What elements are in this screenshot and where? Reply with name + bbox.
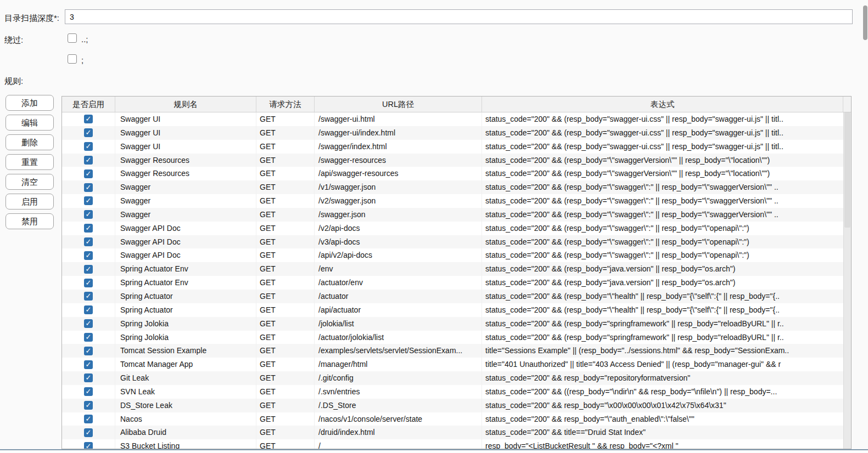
table-row[interactable]: Alibaba DruidGET/druid/index.htmlstatus_… <box>62 426 843 439</box>
row-enabled-cell <box>62 180 115 194</box>
row-method: GET <box>256 344 315 358</box>
table-row[interactable]: Swagger ResourcesGET/swagger-resourcesst… <box>62 154 843 167</box>
row-expression: status_code="200" && (resp_body="\"swagg… <box>482 194 843 208</box>
row-enabled-checkbox[interactable] <box>84 373 93 382</box>
row-url-path: /actuator/jolokia/list <box>315 331 482 344</box>
row-enabled-checkbox[interactable] <box>84 401 93 410</box>
row-url-path: /druid/index.html <box>315 426 482 439</box>
row-method: GET <box>256 208 315 222</box>
row-expression: status_code="200" && (resp_body="\"swagg… <box>482 167 843 180</box>
row-enabled-cell <box>62 385 115 399</box>
row-enabled-checkbox[interactable] <box>84 210 93 219</box>
row-enabled-checkbox[interactable] <box>84 128 93 137</box>
bypass-dotdot-semicolon-checkbox[interactable] <box>68 33 77 43</box>
row-expression: status_code="200" && title=="Druid Stat … <box>482 426 843 439</box>
table-row[interactable]: Swagger UIGET/swagger-ui/index.htmlstatu… <box>62 126 843 140</box>
row-method: GET <box>256 290 315 303</box>
row-enabled-checkbox[interactable] <box>84 360 93 369</box>
row-expression: status_code="200" && (resp_body="java.ve… <box>482 262 843 276</box>
reset-button[interactable]: 重置 <box>5 154 54 170</box>
delete-button[interactable]: 删除 <box>5 134 54 150</box>
row-enabled-checkbox[interactable] <box>84 292 93 301</box>
table-row[interactable]: Spring Actuator EnvGET/envstatus_code="2… <box>62 262 843 276</box>
table-vertical-scrollbar[interactable] <box>843 112 851 449</box>
table-scrollbar-thumb[interactable] <box>844 112 850 228</box>
table-row[interactable]: Swagger ResourcesGET/api/swagger-resourc… <box>62 167 843 180</box>
add-button[interactable]: 添加 <box>5 95 54 111</box>
table-row[interactable]: Swagger UIGET/swagger-ui.htmlstatus_code… <box>62 112 843 126</box>
row-enabled-checkbox[interactable] <box>84 115 93 123</box>
row-enabled-checkbox[interactable] <box>84 415 93 423</box>
table-row[interactable]: Spring JolokiaGET/actuator/jolokia/lists… <box>62 331 843 344</box>
column-header-method[interactable]: 请求方法 <box>256 97 315 112</box>
column-header-enabled[interactable]: 是否启用 <box>62 97 115 112</box>
row-url-path: /swagger-resources <box>315 154 482 167</box>
row-expression: status_code="200" && (resp_body="\"swagg… <box>482 208 843 222</box>
row-url-path: /manager/html <box>315 358 482 371</box>
column-header-expression[interactable]: 表达式 <box>482 97 843 112</box>
row-enabled-checkbox[interactable] <box>84 237 93 246</box>
table-row[interactable]: Spring ActuatorGET/actuatorstatus_code="… <box>62 290 843 303</box>
disable-button[interactable]: 禁用 <box>5 213 54 229</box>
row-enabled-checkbox[interactable] <box>84 319 93 328</box>
row-enabled-checkbox[interactable] <box>84 156 93 165</box>
column-header-url-path[interactable]: URL路径 <box>315 97 482 112</box>
bypass-dotdot-semicolon-label: ..; <box>81 35 88 44</box>
table-row[interactable]: Git LeakGET/.git/configstatus_code="200"… <box>62 371 843 385</box>
row-enabled-cell <box>62 194 115 208</box>
row-enabled-checkbox[interactable] <box>84 183 93 192</box>
row-enabled-cell <box>62 222 115 235</box>
row-method: GET <box>256 154 315 167</box>
table-row[interactable]: NacosGET/nacos/v1/console/server/statest… <box>62 412 843 426</box>
row-enabled-checkbox[interactable] <box>84 169 93 178</box>
row-expression: status_code="200" && (resp_body="\"healt… <box>482 290 843 303</box>
table-row[interactable]: SwaggerGET/v2/swagger.jsonstatus_code="2… <box>62 194 843 208</box>
row-method: GET <box>256 358 315 371</box>
row-enabled-checkbox[interactable] <box>84 142 93 151</box>
table-row[interactable]: Swagger UIGET/swagger/index.htmlstatus_c… <box>62 140 843 154</box>
row-enabled-cell <box>62 154 115 167</box>
table-row[interactable]: S3 Bucket ListingGET/resp_body="<ListBuc… <box>62 439 843 449</box>
row-rule-name: Swagger Resources <box>115 167 256 180</box>
table-row[interactable]: SwaggerGET/swagger.jsonstatus_code="200"… <box>62 208 843 222</box>
row-rule-name: Spring Jolokia <box>115 331 256 344</box>
row-enabled-checkbox[interactable] <box>84 279 93 287</box>
row-url-path: /actuator <box>315 290 482 303</box>
table-row[interactable]: Swagger API DocGET/v2/api-docsstatus_cod… <box>62 222 843 235</box>
row-enabled-checkbox[interactable] <box>84 224 93 233</box>
table-row[interactable]: SVN LeakGET/.svn/entriesstatus_code="200… <box>62 385 843 399</box>
table-row[interactable]: SwaggerGET/v1/swagger.jsonstatus_code="2… <box>62 180 843 194</box>
edit-button[interactable]: 编辑 <box>5 115 54 131</box>
row-url-path: /api/actuator <box>315 303 482 317</box>
row-rule-name: Spring Jolokia <box>115 317 256 331</box>
table-row[interactable]: Tomcat Session ExampleGET/examples/servl… <box>62 344 843 358</box>
row-rule-name: Swagger <box>115 208 256 222</box>
scan-depth-input[interactable] <box>65 9 853 24</box>
window-scrollbar-thumb[interactable] <box>863 5 867 40</box>
row-enabled-checkbox[interactable] <box>84 333 93 342</box>
row-enabled-checkbox[interactable] <box>84 428 93 437</box>
row-enabled-cell <box>62 208 115 222</box>
row-enabled-checkbox[interactable] <box>84 265 93 274</box>
table-row[interactable]: Spring JolokiaGET/jolokia/liststatus_cod… <box>62 317 843 331</box>
table-row[interactable]: Spring Actuator EnvGET/actuator/envstatu… <box>62 276 843 290</box>
row-expression: status_code="200" && (resp_body="\"swagg… <box>482 248 843 262</box>
enable-button[interactable]: 启用 <box>5 194 54 209</box>
row-expression: status_code="200" && (resp_body="swagger… <box>482 126 843 140</box>
table-row[interactable]: Tomcat Manager AppGET/manager/htmltitle=… <box>62 358 843 371</box>
clear-button[interactable]: 清空 <box>5 174 54 190</box>
row-enabled-checkbox[interactable] <box>84 387 93 396</box>
row-enabled-cell <box>62 412 115 426</box>
row-enabled-checkbox[interactable] <box>84 347 93 355</box>
table-row[interactable]: DS_Store LeakGET/.DS_Storestatus_code="2… <box>62 399 843 412</box>
row-enabled-checkbox[interactable] <box>84 196 93 205</box>
table-row[interactable]: Spring ActuatorGET/api/actuatorstatus_co… <box>62 303 843 317</box>
row-enabled-checkbox[interactable] <box>84 305 93 314</box>
table-row[interactable]: Swagger API DocGET/api/v2/api-docsstatus… <box>62 248 843 262</box>
column-header-rule-name[interactable]: 规则名 <box>115 97 256 112</box>
row-rule-name: Spring Actuator Env <box>115 262 256 276</box>
row-enabled-checkbox[interactable] <box>84 442 93 449</box>
row-enabled-checkbox[interactable] <box>84 251 93 260</box>
table-row[interactable]: Swagger API DocGET/v3/api-docsstatus_cod… <box>62 235 843 249</box>
bypass-semicolon-checkbox[interactable] <box>68 54 77 64</box>
